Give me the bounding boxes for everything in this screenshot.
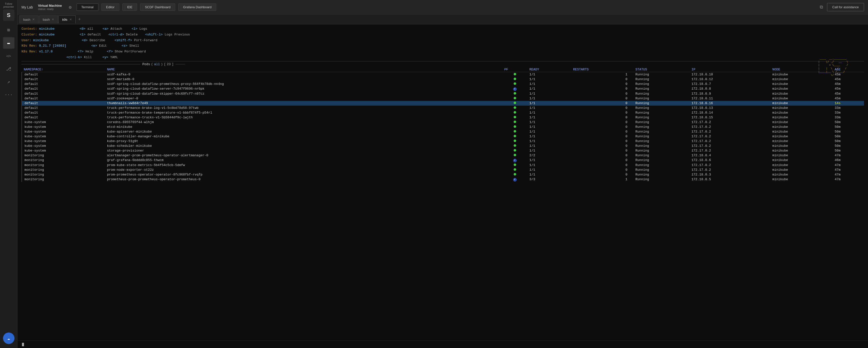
- pod-namespace: kube-system: [22, 120, 105, 125]
- pod-restarts: 0: [571, 77, 633, 82]
- pod-status: Running: [633, 129, 690, 134]
- pod-ready: 1/1: [527, 134, 571, 139]
- pod-pf: [502, 110, 527, 115]
- status-dot: [514, 168, 516, 171]
- tab-add-button[interactable]: +: [76, 17, 83, 22]
- vm-title: Virtual Machine: [38, 4, 62, 7]
- pod-namespace: kube-system: [22, 144, 105, 148]
- pod-restarts: 0: [571, 96, 633, 101]
- pod-name: storage-provisioner: [105, 148, 490, 153]
- table-row[interactable]: monitoring graf-grafana-6bddd8c855-thwcm…: [22, 158, 864, 163]
- main-area: My Lab Virtual Machine status: ready ⚙ T…: [18, 0, 868, 348]
- external-link-icon[interactable]: ⧉: [820, 5, 823, 10]
- tabbar: bash ✕ bash ✕ k9s ✕ +: [18, 14, 868, 25]
- pod-name: kube-controller-manager-minikube: [105, 134, 490, 139]
- tab-k9s[interactable]: k9s ✕: [58, 15, 75, 24]
- status-dot: [514, 135, 516, 137]
- table-row[interactable]: default scdf-kafka-0 1/1 1 Running 172.1…: [22, 72, 864, 77]
- table-header-row: NAMESPACE↑ NAME PF READY RESTARTS STATUS…: [22, 67, 864, 72]
- table-row[interactable]: kube-system etcd-minikube 1/1 0 Running …: [22, 125, 864, 129]
- table-row[interactable]: kube-system storage-provisioner 1/1 0 Ru…: [22, 148, 864, 153]
- pod-pf: [502, 72, 527, 77]
- pod-ip: 172.18.0.11: [689, 96, 770, 101]
- table-row[interactable]: default scdf-spring-cloud-dataflow-skipp…: [22, 91, 864, 96]
- table-row[interactable]: kube-system coredns-6955765f44-wlhjm 1/1…: [22, 120, 864, 125]
- pod-pf: [502, 105, 527, 110]
- pod-name: graf-grafana-6bddd8c855-thwcm: [105, 158, 490, 163]
- sidebar-item-share[interactable]: ↗: [3, 76, 14, 88]
- pod-restarts: 0: [571, 172, 633, 177]
- pod-status: Running: [633, 120, 690, 125]
- pod-node: minikube: [770, 101, 833, 105]
- call-assistance-button[interactable]: Call for assistance: [827, 3, 864, 11]
- sidebar-item-code[interactable]: </>: [3, 50, 14, 62]
- table-row[interactable]: default thumbnails-vw8d4r7e49 1/1 0 Runn…: [22, 101, 864, 105]
- context-label: Context:: [22, 27, 37, 31]
- pod-name: etcd-minikube: [105, 125, 490, 129]
- table-row[interactable]: monitoring prom-kube-state-metrics-5b4f5…: [22, 163, 864, 167]
- grafana-dashboard-button[interactable]: Grafana Dashboard: [178, 3, 216, 11]
- table-row[interactable]: kube-system kube-apiserver-minikube 1/1 …: [22, 129, 864, 134]
- pod-node: minikube: [770, 129, 833, 134]
- shortcut-l-label: <l>: [132, 27, 137, 31]
- terminal-nav-button[interactable]: Terminal: [77, 3, 98, 11]
- col-node: NODE: [770, 67, 833, 72]
- tab-bash-1[interactable]: bash ✕: [20, 15, 38, 24]
- table-row[interactable]: default scdf-mariadb-0 1/1 0 Running 172…: [22, 77, 864, 82]
- pod-ready: 1/1: [527, 86, 571, 91]
- pod-ready: 1/1: [527, 139, 571, 144]
- table-row[interactable]: kube-system kube-proxy-51g9t 1/1 0 Runni…: [22, 139, 864, 144]
- pod-node: minikube: [770, 148, 833, 153]
- table-row[interactable]: monitoring prom-prometheus-operator-oper…: [22, 172, 864, 177]
- pod-namespace: default: [22, 96, 105, 101]
- pod-age: 50m: [833, 125, 864, 129]
- pod-ip: 172.17.0.2: [689, 148, 770, 153]
- col-ip: IP: [689, 67, 770, 72]
- pod-age: 50m: [833, 144, 864, 148]
- pod-spacer: [490, 153, 502, 158]
- pod-restarts: 0: [571, 144, 633, 148]
- pod-spacer: [490, 177, 502, 182]
- sidebar-item-terminal[interactable]: ▬: [3, 37, 14, 49]
- pod-ip: 172.18.0.7: [689, 82, 770, 86]
- status-dot: [514, 73, 516, 75]
- status-dot: [514, 77, 516, 80]
- table-row[interactable]: default scdf-zookeeper-0 1/1 0 Running 1…: [22, 96, 864, 101]
- table-row[interactable]: monitoring prom-node-exporter-xt22z 1/1 …: [22, 167, 864, 172]
- pod-age: 47m: [833, 177, 864, 182]
- table-row[interactable]: monitoring prometheus-prom-prometheus-op…: [22, 177, 864, 182]
- sidebar-item-cloud[interactable]: ☁: [3, 333, 14, 344]
- editor-nav-button[interactable]: Editor: [101, 3, 119, 11]
- gear-icon[interactable]: ⚙: [69, 4, 72, 10]
- sidebar-item-more[interactable]: ···: [3, 89, 14, 101]
- pod-age: 47m: [833, 163, 864, 167]
- sidebar-item-grid[interactable]: ⊞: [3, 24, 14, 36]
- table-row[interactable]: monitoring alertmanager-prom-prometheus-…: [22, 153, 864, 158]
- tab-bash-2-close[interactable]: ✕: [52, 18, 54, 21]
- table-row[interactable]: default scdf-spring-cloud-dataflow-prome…: [22, 82, 864, 86]
- pod-ip: 172.18.0.16: [689, 101, 770, 105]
- status-dot: [514, 139, 516, 142]
- terminal-area[interactable]: Context: minikube <0> all <a> Attach <l>…: [18, 25, 868, 348]
- table-row[interactable]: default truck-performance-trucks-v1-5b58…: [22, 115, 864, 120]
- pod-pf: [502, 82, 527, 86]
- pods-title-label: Pods: [142, 62, 150, 66]
- sidebar-logo[interactable]: S: [3, 9, 14, 21]
- pod-node: minikube: [770, 158, 833, 163]
- table-row[interactable]: kube-system kube-scheduler-minikube 1/1 …: [22, 144, 864, 148]
- pod-spacer: [490, 120, 502, 125]
- tab-bash-1-close[interactable]: ✕: [32, 18, 35, 21]
- tab-k9s-close[interactable]: ✕: [69, 18, 72, 21]
- table-row[interactable]: default truck-performance-brake-temperat…: [22, 110, 864, 115]
- scdf-dashboard-button[interactable]: SCDF Dashboard: [140, 3, 175, 11]
- pf-badge: F: [513, 87, 517, 91]
- table-row[interactable]: default truck-performance-brake-log-v1-5…: [22, 105, 864, 110]
- table-row[interactable]: kube-system kube-controller-manager-mini…: [22, 134, 864, 139]
- pod-pf: [502, 101, 527, 105]
- tab-bash-2[interactable]: bash ✕: [39, 15, 58, 24]
- sidebar-item-git[interactable]: ⎇: [3, 63, 14, 75]
- ide-nav-button[interactable]: IDE: [122, 3, 137, 11]
- pod-age: 45m: [833, 77, 864, 82]
- pod-age: 45m: [833, 86, 864, 91]
- table-row[interactable]: default scdf-spring-cloud-dataflow-serve…: [22, 86, 864, 91]
